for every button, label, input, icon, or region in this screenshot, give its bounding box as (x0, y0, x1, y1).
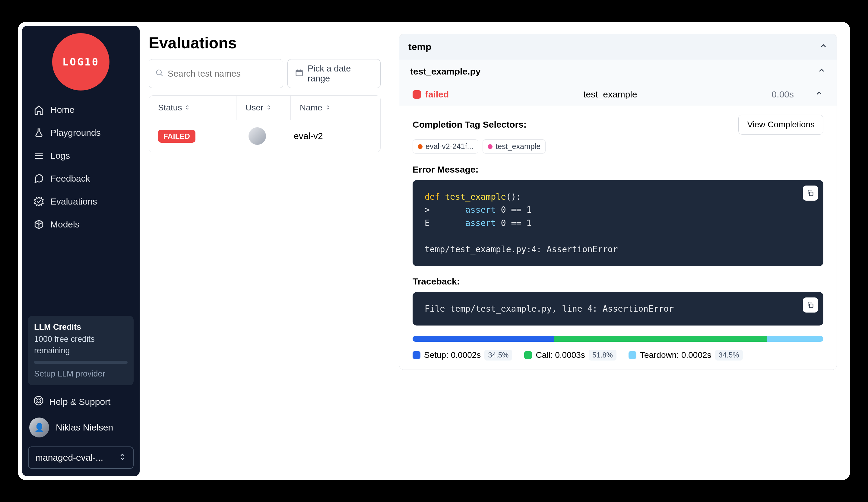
help-support[interactable]: Help & Support (28, 391, 134, 413)
suite-accordion: temp test_example.py failed test_example… (399, 34, 837, 370)
file-name: test_example.py (410, 66, 480, 76)
copy-button[interactable] (803, 185, 818, 201)
list-pane: Evaluations Pick a date range Status (140, 26, 390, 476)
completion-title: Completion Tag Selectors: (413, 120, 527, 130)
credits-progress (34, 361, 127, 364)
nav-home[interactable]: Home (28, 100, 134, 120)
tag-text: test_example (496, 142, 540, 151)
cell-status: FAILED (149, 127, 236, 144)
col-status[interactable]: Status (149, 96, 236, 120)
timing-bar (413, 336, 823, 342)
tag[interactable]: eval-v2-241f... (413, 140, 478, 154)
credits-subtitle: 1000 free credits remaining (34, 334, 127, 357)
avatar: 👤 (29, 418, 49, 438)
legend-call: Call: 0.0003s 51.8% (524, 350, 617, 360)
legend-swatch (413, 351, 421, 359)
page-title: Evaluations (149, 34, 381, 52)
table-header: Status User Name (149, 96, 380, 120)
sort-icon (325, 103, 331, 113)
home-icon (33, 104, 44, 115)
nav-label: Playgrounds (50, 127, 101, 138)
org-label: managed-eval-... (35, 452, 103, 463)
lifebuoy-icon (33, 396, 44, 408)
search-input-wrap[interactable] (149, 59, 283, 88)
row-avatar (249, 127, 266, 145)
date-range-button[interactable]: Pick a date range (287, 59, 381, 88)
table-row[interactable]: FAILED eval-v2 (149, 120, 380, 152)
brand-logo: LOG10 (52, 33, 110, 91)
error-code: def test_example(): > assert 0 == 1 E as… (413, 180, 823, 266)
suite-header[interactable]: temp (399, 34, 837, 60)
nav-label: Feedback (50, 173, 90, 184)
file-header[interactable]: test_example.py (399, 60, 837, 83)
nav-label: Home (50, 105, 74, 115)
credits-panel: LLM Credits 1000 free credits remaining … (28, 316, 134, 385)
sort-icon (184, 103, 190, 113)
chevron-up-icon (819, 41, 828, 52)
search-icon (155, 69, 164, 79)
view-completions-button[interactable]: View Completions (738, 115, 823, 135)
tag-list: eval-v2-241f... test_example (413, 140, 823, 154)
tag[interactable]: test_example (483, 140, 546, 154)
test-duration: 0.00s (772, 89, 794, 100)
credits-title: LLM Credits (34, 322, 127, 332)
org-selector[interactable]: managed-eval-... (28, 447, 134, 469)
toolbar: Pick a date range (149, 59, 381, 88)
calendar-icon (295, 69, 303, 79)
error-label: Error Message: (413, 164, 823, 175)
evaluations-table: Status User Name FAILED (149, 95, 381, 152)
user-row[interactable]: 👤 Niklas Nielsen (28, 413, 134, 442)
nav: Home Playgrounds Logs Feedback Evaluatio… (28, 100, 134, 235)
status-dot (413, 90, 421, 99)
test-name: test_example (583, 89, 637, 100)
svg-point-1 (37, 399, 40, 402)
traceback-code: File temp/test_example.py, line 4: Asser… (413, 292, 823, 326)
nav-logs[interactable]: Logs (28, 145, 134, 166)
timing-call (554, 336, 767, 342)
sidebar: LOG10 Home Playgrounds Logs Feedback Eva… (22, 26, 140, 476)
logo-container: LOG10 (28, 33, 134, 91)
legend-teardown: Teardown: 0.0002s 34.5% (629, 350, 743, 360)
tag-text: eval-v2-241f... (425, 142, 473, 151)
nav-label: Evaluations (50, 196, 97, 207)
search-input[interactable] (168, 69, 277, 79)
flask-icon (33, 127, 44, 138)
tag-dot (488, 144, 493, 149)
legend-swatch (524, 351, 532, 359)
date-label: Pick a date range (308, 64, 373, 84)
check-badge-icon (33, 196, 44, 207)
timing-legend: Setup: 0.0002s 34.5% Call: 0.0003s 51.8%… (413, 350, 823, 360)
nav-label: Models (50, 219, 80, 229)
legend-swatch (629, 351, 637, 359)
svg-point-2 (156, 70, 161, 74)
test-row[interactable]: failed test_example 0.00s (399, 83, 837, 105)
nav-playgrounds[interactable]: Playgrounds (28, 122, 134, 143)
tag-dot (418, 144, 423, 149)
app-frame: LOG10 Home Playgrounds Logs Feedback Eva… (18, 22, 850, 480)
help-label: Help & Support (49, 397, 110, 407)
suite-name: temp (409, 41, 431, 52)
cell-user (236, 124, 291, 148)
test-status: failed (425, 89, 449, 100)
detail-pane: temp test_example.py failed test_example… (390, 26, 846, 476)
cube-icon (33, 219, 44, 230)
svg-rect-4 (809, 192, 813, 196)
status-badge: FAILED (158, 130, 195, 143)
sort-icon (266, 103, 272, 113)
nav-feedback[interactable]: Feedback (28, 168, 134, 189)
user-name: Niklas Nielsen (56, 422, 113, 433)
nav-models[interactable]: Models (28, 214, 134, 235)
test-body: Completion Tag Selectors: View Completio… (399, 105, 837, 370)
nav-label: Logs (50, 151, 70, 161)
traceback-label: Traceback: (413, 276, 823, 287)
chevron-up-icon (817, 66, 826, 76)
copy-button[interactable] (803, 297, 818, 313)
col-name[interactable]: Name (291, 96, 380, 120)
nav-evaluations[interactable]: Evaluations (28, 191, 134, 212)
chevron-updown-icon (118, 452, 126, 463)
credits-setup-link[interactable]: Setup LLM provider (34, 369, 127, 379)
list-icon (33, 150, 44, 161)
timing-setup (413, 336, 554, 342)
col-user[interactable]: User (236, 96, 291, 120)
cell-name: eval-v2 (291, 127, 380, 145)
